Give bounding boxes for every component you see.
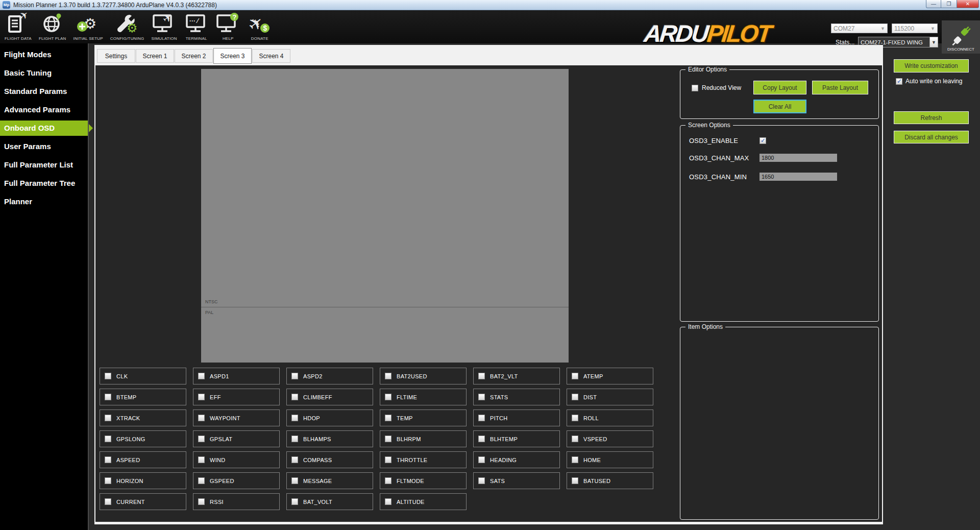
tab-screen-2[interactable]: Screen 2 <box>175 49 213 63</box>
osd3-chan-min-field[interactable] <box>760 173 837 181</box>
osd-item-aspeed[interactable]: ASPEED <box>100 451 186 468</box>
osd-item-bat_volt[interactable]: BAT_VOLT <box>286 493 373 510</box>
sidebar-item-flight-modes[interactable]: Flight Modes <box>0 47 88 62</box>
osd-item-eff[interactable]: EFF <box>193 389 280 405</box>
osd-item-blhamps[interactable]: BLHAMPS <box>286 430 373 447</box>
checkbox-icon[interactable] <box>572 373 578 379</box>
osd3-chan-max-field[interactable] <box>760 154 837 162</box>
checkbox-icon[interactable] <box>105 498 111 505</box>
checkbox-icon[interactable] <box>291 498 298 505</box>
osd3-enable-checkbox[interactable] <box>760 137 766 144</box>
checkbox-icon[interactable] <box>291 436 298 442</box>
osd-item-atemp[interactable]: ATEMP <box>567 368 653 384</box>
osd-item-fltmode[interactable]: FLTMODE <box>380 472 467 489</box>
osd-item-climbeff[interactable]: CLIMBEFF <box>286 389 373 405</box>
checkbox-icon[interactable] <box>478 436 485 442</box>
sidebar-item-full-parameter-tree[interactable]: Full Parameter Tree <box>0 176 88 191</box>
osd-item-clk[interactable]: CLK <box>100 368 186 384</box>
sidebar-item-planner[interactable]: Planner <box>0 194 88 209</box>
checkbox-icon[interactable] <box>105 477 111 484</box>
osd-item-wind[interactable]: WIND <box>193 451 280 468</box>
checkbox-icon[interactable] <box>572 394 578 400</box>
osd-item-throttle[interactable]: THROTTLE <box>380 451 467 468</box>
sidebar-item-advanced-params[interactable]: Advanced Params <box>0 102 88 117</box>
minimize-button[interactable]: — <box>926 0 941 8</box>
checkbox-icon[interactable] <box>291 415 298 421</box>
checkbox-icon[interactable] <box>478 456 485 463</box>
osd-item-gpslong[interactable]: GPSLONG <box>100 430 186 447</box>
osd-item-horizon[interactable]: HORIZON <box>100 472 186 489</box>
checkbox-icon[interactable] <box>385 456 391 463</box>
checkbox-icon[interactable] <box>198 436 205 442</box>
auto-write-checkbox[interactable] <box>896 78 902 85</box>
osd-item-waypoint[interactable]: WAYPOINT <box>193 409 280 426</box>
checkbox-icon[interactable] <box>478 394 485 400</box>
checkbox-icon[interactable] <box>385 477 391 484</box>
osd-item-message[interactable]: MESSAGE <box>286 472 373 489</box>
toolbar-config-tuning[interactable]: ⚙ CONFIG/TUNING <box>107 11 148 42</box>
osd-item-vspeed[interactable]: VSPEED <box>567 430 653 447</box>
toolbar-help[interactable]: ? HELP <box>212 11 244 42</box>
osd-item-batused[interactable]: BATUSED <box>567 472 653 489</box>
paste-layout-button[interactable]: Paste Layout <box>812 81 868 94</box>
osd-item-sats[interactable]: SATS <box>473 472 560 489</box>
osd-item-compass[interactable]: COMPASS <box>286 451 373 468</box>
sidebar-item-standard-params[interactable]: Standard Params <box>0 84 88 99</box>
toolbar-flight-data[interactable]: ✈ FLIGHT DATA <box>1 11 35 42</box>
checkbox-icon[interactable] <box>198 456 205 463</box>
write-customization-button[interactable]: Write customization <box>894 59 969 73</box>
disconnect-button[interactable]: DISCONNECT <box>942 20 980 54</box>
osd-item-bat2_vlt[interactable]: BAT2_VLT <box>473 368 560 384</box>
osd-item-gpslat[interactable]: GPSLAT <box>193 430 280 447</box>
sidebar-item-full-parameter-list[interactable]: Full Parameter List <box>0 157 88 173</box>
checkbox-icon[interactable] <box>385 394 391 400</box>
checkbox-icon[interactable] <box>385 436 391 442</box>
checkbox-icon[interactable] <box>198 394 205 400</box>
toolbar-simulation[interactable]: ✈ SIMULATION <box>148 11 180 42</box>
osd-item-dist[interactable]: DIST <box>567 389 653 405</box>
com-port-select[interactable]: COM27 ▼ <box>831 23 888 33</box>
tab-screen-3[interactable]: Screen 3 <box>213 48 252 64</box>
checkbox-icon[interactable] <box>572 456 578 463</box>
osd-preview-canvas[interactable]: NTSC PAL <box>201 69 569 363</box>
osd-item-gspeed[interactable]: GSPEED <box>193 472 280 489</box>
osd-item-blhrpm[interactable]: BLHRPM <box>380 430 467 447</box>
osd-item-rssi[interactable]: RSSI <box>193 493 280 510</box>
sidebar-item-user-params[interactable]: User Params <box>0 139 88 154</box>
osd-item-current[interactable]: CURRENT <box>100 493 186 510</box>
checkbox-icon[interactable] <box>478 415 485 421</box>
checkbox-icon[interactable] <box>572 436 578 442</box>
checkbox-icon[interactable] <box>198 415 205 421</box>
osd-item-aspd1[interactable]: ASPD1 <box>193 368 280 384</box>
osd-item-heading[interactable]: HEADING <box>473 451 560 468</box>
checkbox-icon[interactable] <box>385 498 391 505</box>
tab-screen-1[interactable]: Screen 1 <box>136 49 174 63</box>
osd-item-home[interactable]: HOME <box>567 451 653 468</box>
checkbox-icon[interactable] <box>105 436 111 442</box>
checkbox-icon[interactable] <box>478 477 485 484</box>
osd-item-pitch[interactable]: PITCH <box>473 409 560 426</box>
toolbar-initial-setup[interactable]: ⚙ INITIAL SETUP <box>70 11 107 42</box>
osd-item-aspd2[interactable]: ASPD2 <box>286 368 373 384</box>
checkbox-icon[interactable] <box>291 394 298 400</box>
checkbox-icon[interactable] <box>198 373 205 379</box>
osd-item-temp[interactable]: TEMP <box>380 409 467 426</box>
toolbar-flight-plan[interactable]: FLIGHT PLAN <box>35 11 70 42</box>
sidebar-item-basic-tuning[interactable]: Basic Tuning <box>0 65 88 81</box>
checkbox-icon[interactable] <box>198 477 205 484</box>
osd-item-btemp[interactable]: BTEMP <box>100 389 186 405</box>
osd-item-bat2used[interactable]: BAT2USED <box>380 368 467 384</box>
checkbox-icon[interactable] <box>385 415 391 421</box>
checkbox-icon[interactable] <box>105 456 111 463</box>
refresh-button[interactable]: Refresh <box>894 111 969 124</box>
checkbox-icon[interactable] <box>291 477 298 484</box>
tab-settings[interactable]: Settings <box>97 49 135 63</box>
checkbox-icon[interactable] <box>198 498 205 505</box>
checkbox-icon[interactable] <box>572 477 578 484</box>
osd-item-stats[interactable]: STATS <box>473 389 560 405</box>
discard-all-changes-button[interactable]: Discard all changes <box>894 131 969 143</box>
toolbar-terminal[interactable]: ··· ⁄ TERMINAL <box>181 11 212 42</box>
osd-item-xtrack[interactable]: XTRACK <box>100 409 186 426</box>
checkbox-icon[interactable] <box>385 373 391 379</box>
clear-all-button[interactable]: Clear All <box>753 100 806 113</box>
